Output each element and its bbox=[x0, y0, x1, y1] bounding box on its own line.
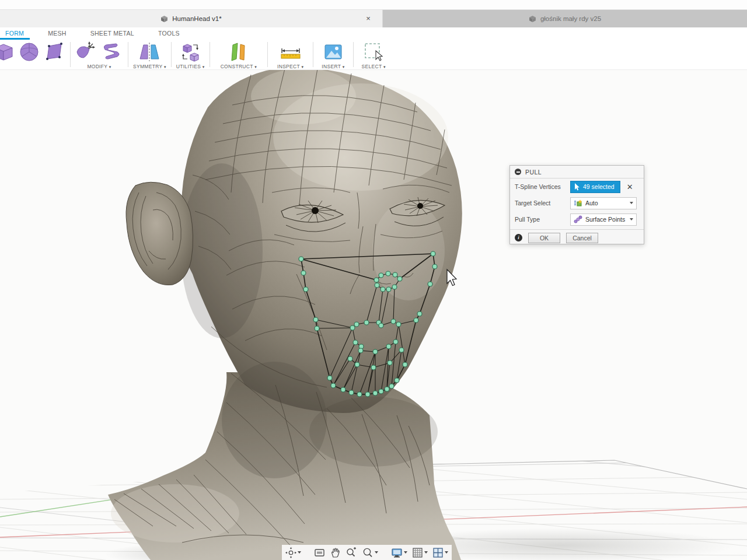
target-select-label: Target Select bbox=[515, 200, 570, 206]
tspline-vertex[interactable] bbox=[393, 272, 397, 277]
insert-group: INSERT ▾ bbox=[313, 40, 352, 69]
selection-chip[interactable]: 49 selected bbox=[570, 181, 620, 193]
box-primitive-icon[interactable] bbox=[0, 42, 15, 62]
tspline-vertex[interactable] bbox=[431, 251, 435, 256]
pull-type-dropdown[interactable]: Surface Points bbox=[570, 214, 637, 226]
tspline-vertex[interactable] bbox=[379, 323, 383, 328]
tspline-vertex[interactable] bbox=[396, 322, 401, 327]
tspline-vertex[interactable] bbox=[349, 390, 354, 395]
select-group: SELECT ▾ bbox=[354, 40, 394, 69]
sphere-primitive-icon[interactable] bbox=[19, 41, 40, 62]
tspline-vertex[interactable] bbox=[358, 348, 363, 353]
inspect-label[interactable]: INSPECT ▾ bbox=[277, 64, 303, 69]
tspline-vertex[interactable] bbox=[428, 282, 432, 286]
face-primitive-icon[interactable] bbox=[43, 41, 65, 62]
tspline-vertex[interactable] bbox=[301, 271, 306, 275]
tspline-vertex[interactable] bbox=[381, 287, 385, 292]
tab-form[interactable]: FORM bbox=[5, 30, 24, 38]
tspline-vertex[interactable] bbox=[341, 387, 345, 392]
insert-image-icon[interactable] bbox=[323, 42, 343, 62]
tspline-vertex[interactable] bbox=[357, 392, 362, 397]
tspline-vertex[interactable] bbox=[303, 287, 308, 292]
orbit-button[interactable] bbox=[284, 547, 302, 559]
chevron-down-icon bbox=[630, 218, 633, 220]
close-icon[interactable]: × bbox=[364, 14, 373, 23]
construct-plane-icon[interactable] bbox=[228, 41, 249, 62]
display-settings-button[interactable] bbox=[390, 547, 409, 559]
target-select-dropdown[interactable]: Auto bbox=[570, 197, 637, 209]
look-at-button[interactable] bbox=[313, 547, 326, 559]
tspline-vertex[interactable] bbox=[315, 326, 319, 331]
3d-viewport[interactable]: ; bbox=[0, 70, 747, 560]
insert-label[interactable]: INSERT ▾ bbox=[322, 64, 344, 69]
tspline-vertex[interactable] bbox=[355, 362, 359, 367]
tspline-vertex[interactable] bbox=[414, 318, 418, 323]
document-title: głośnik mały rdy v25 bbox=[540, 15, 601, 22]
tspline-vertex[interactable] bbox=[397, 276, 402, 281]
tspline-vertex[interactable] bbox=[348, 356, 352, 361]
tspline-vertex[interactable] bbox=[389, 384, 394, 388]
tspline-vertex[interactable] bbox=[379, 273, 383, 278]
tspline-vertex[interactable] bbox=[371, 365, 376, 370]
tspline-vertex[interactable] bbox=[399, 348, 404, 352]
select-icon[interactable] bbox=[363, 41, 384, 62]
tspline-vertex[interactable] bbox=[403, 362, 407, 367]
tspline-vertex[interactable] bbox=[373, 391, 378, 396]
tspline-vertex[interactable] bbox=[386, 271, 390, 276]
tspline-vertex[interactable] bbox=[374, 278, 379, 282]
tspline-vertex[interactable] bbox=[353, 340, 358, 345]
tspline-vertex[interactable] bbox=[299, 257, 303, 261]
measure-icon[interactable] bbox=[279, 41, 302, 62]
ok-button[interactable]: OK bbox=[528, 233, 560, 243]
tspline-vertex[interactable] bbox=[331, 383, 336, 388]
chevron-down-icon bbox=[404, 551, 407, 554]
document-tab-inactive[interactable]: głośnik mały rdy v25 bbox=[383, 10, 747, 27]
utilities-group: UTILITIES ▾ bbox=[172, 40, 210, 69]
tspline-vertex[interactable] bbox=[327, 376, 332, 380]
tspline-vertex[interactable] bbox=[432, 264, 437, 269]
zoom-button[interactable] bbox=[344, 547, 358, 559]
grid-and-snaps-button[interactable] bbox=[411, 547, 429, 559]
tspline-vertex[interactable] bbox=[386, 344, 391, 349]
tspline-vertex[interactable] bbox=[365, 392, 370, 397]
tspline-vertex[interactable] bbox=[391, 319, 396, 324]
tab-mesh[interactable]: MESH bbox=[48, 30, 67, 38]
tab-sheet-metal[interactable]: SHEET METAL bbox=[90, 30, 134, 38]
document-tab-active[interactable]: HumanHead v1* × bbox=[0, 10, 383, 27]
tab-tools[interactable]: TOOLS bbox=[158, 30, 180, 38]
tspline-vertex[interactable] bbox=[379, 389, 383, 394]
tspline-vertex[interactable] bbox=[395, 378, 399, 383]
tspline-vertex[interactable] bbox=[388, 360, 392, 365]
tspline-vertex[interactable] bbox=[417, 312, 422, 316]
bend-icon[interactable] bbox=[101, 41, 123, 62]
select-label[interactable]: SELECT ▾ bbox=[362, 64, 386, 69]
tspline-vertex[interactable] bbox=[386, 287, 391, 292]
tspline-vertex[interactable] bbox=[385, 387, 389, 391]
window-zoom-button[interactable] bbox=[361, 547, 379, 559]
pan-button[interactable] bbox=[329, 547, 342, 559]
symmetry-label[interactable]: SYMMETRY ▾ bbox=[133, 64, 166, 69]
construct-label[interactable]: CONSTRUCT ▾ bbox=[221, 64, 257, 69]
tspline-vertex[interactable] bbox=[373, 349, 378, 354]
utilities-label[interactable]: UTILITIES ▾ bbox=[176, 64, 205, 69]
tspline-vertex[interactable] bbox=[375, 283, 379, 288]
clear-selection-icon[interactable]: ✕ bbox=[627, 183, 633, 191]
tspline-vertex[interactable] bbox=[354, 322, 359, 327]
document-cube-icon bbox=[529, 15, 536, 23]
utilities-icon[interactable] bbox=[179, 41, 202, 62]
pull-dialog-header[interactable]: PULL bbox=[510, 166, 644, 178]
viewports-button[interactable] bbox=[431, 547, 449, 559]
tspline-vertex[interactable] bbox=[364, 320, 369, 325]
modify-label[interactable]: MODIFY ▾ bbox=[87, 64, 111, 69]
mirror-symmetry-icon[interactable] bbox=[137, 41, 162, 62]
tspline-vertex[interactable] bbox=[313, 317, 318, 322]
tspline-vertex[interactable] bbox=[350, 326, 355, 330]
orbit-icon bbox=[285, 547, 296, 558]
tspline-vertex[interactable] bbox=[392, 285, 397, 289]
cancel-button[interactable]: Cancel bbox=[566, 233, 598, 243]
info-icon[interactable]: i bbox=[515, 234, 522, 242]
zoom-icon bbox=[345, 547, 357, 558]
edit-form-icon[interactable] bbox=[75, 41, 97, 62]
chevron-down-icon bbox=[630, 202, 633, 204]
tspline-vertex[interactable] bbox=[393, 340, 398, 344]
